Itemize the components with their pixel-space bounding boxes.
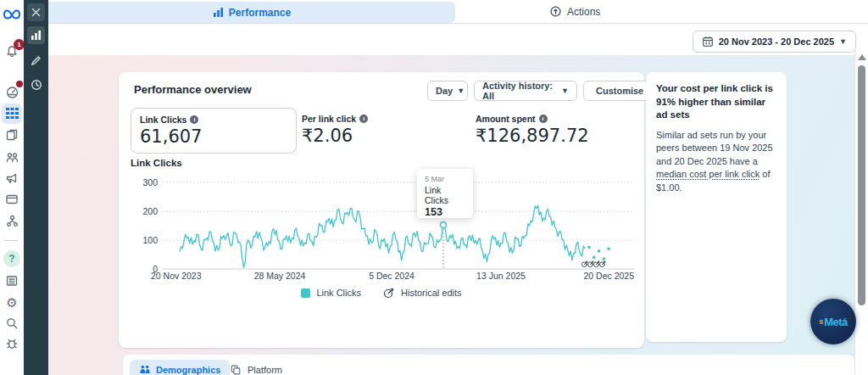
x-tick: 20 Dec 2025 [583,271,634,281]
historical-edit-markers[interactable] [581,260,604,268]
settings-gear-icon[interactable]: ⚙ [3,293,21,311]
customise-label: Customise [596,86,643,96]
news-icon[interactable] [3,271,21,290]
date-range-picker[interactable]: 20 Nov 2023 - 20 Dec 2025 ▼ [693,31,856,53]
date-range-label: 20 Nov 2023 - 20 Dec 2025 [719,36,834,47]
edit-pencil-icon[interactable] [27,52,45,70]
metric-value: ₹126,897.72 [476,126,589,146]
rail-divider [4,240,18,241]
tab-demographics[interactable]: Demographics [130,360,230,375]
insights-chart-icon[interactable] [27,26,45,44]
legend-link-clicks[interactable]: Link Clicks [301,288,361,298]
scroll-up-arrow[interactable] [858,54,866,60]
metric-label: Per link click [302,114,356,124]
card-title: Performance overview [134,83,252,96]
notifications-bell-icon[interactable]: 1 [3,42,21,61]
chart-tooltip: 5 Mar Link Clicks 153 [417,169,473,218]
tooltip-date: 5 Mar [425,175,465,183]
hover-marker [441,222,447,228]
x-tick: 5 Dec 2024 [369,271,415,281]
sub-bar: 20 Nov 2023 - 20 Dec 2025 ▼ [48,24,868,55]
metric-link-clicks[interactable]: Link Clicksi 61,607 [131,108,297,154]
billing-card-icon[interactable] [3,190,21,209]
metric-value: ₹2.06 [302,126,368,146]
activity-history-dropdown[interactable]: Activity history: All ▼ [474,81,577,101]
glossary-link[interactable]: median cost per link click [656,169,760,179]
calendar-icon [702,36,714,48]
metric-amount-spent[interactable]: Amount spenti ₹126,897.72 [476,114,589,146]
insight-body: Similar ad sets run by your peers betwee… [656,129,776,195]
platform-copy-icon [230,364,242,375]
chevron-down-icon: ▼ [561,87,569,95]
close-icon[interactable] [27,3,45,21]
metric-per-link-click[interactable]: Per link clicki ₹2.06 [302,114,368,146]
history-clock-icon[interactable] [27,76,45,93]
historical-edits-icon [383,287,395,299]
clicks-line [180,205,585,267]
business-assets-icon[interactable] [3,211,21,230]
top-nav: Performance Actions [48,0,868,24]
performance-tab-label: Performance [229,7,291,19]
tooltip-label: Link Clicks [425,185,465,205]
ads-reporting-app: 1 ? ⚙ [0,0,868,375]
demographics-label: Demographics [156,365,220,375]
link-clicks-chart[interactable]: 300 200 100 0 20 Nov 2023 28 May 2024 5 … [119,165,644,284]
gridlines [163,182,634,240]
scrollbar-thumb[interactable] [858,65,865,305]
help-icon[interactable]: ? [3,250,20,267]
alert-dot [16,81,23,87]
legend-swatch [301,288,310,298]
breakdown-card: Demographics Platform [123,355,854,375]
pages-icon[interactable] [3,126,21,144]
x-tick: 13 Jun 2025 [476,271,526,281]
account-quality-gauge-icon[interactable] [3,82,21,101]
insight-card: Your cost per link click is 91% higher t… [646,72,787,342]
tab-platform[interactable]: Platform [223,360,289,375]
chevron-down-icon: ▼ [839,37,847,46]
vertical-scrollbar[interactable] [854,51,868,375]
granularity-dropdown[interactable]: Day ▼ [427,81,468,101]
info-icon[interactable]: i [539,115,548,123]
promotions-megaphone-icon[interactable] [3,169,21,188]
granularity-label: Day [436,86,453,96]
x-tick: 28 May 2024 [254,271,306,281]
y-tick: 100 [142,235,158,245]
trailing-dots [587,246,610,260]
left-rail: 1 ? ⚙ [0,0,24,375]
metric-label: Link Clicks [140,115,186,125]
customise-button[interactable]: Customise [583,81,651,101]
watermark-prefix: s [819,317,823,326]
dark-toolbar [24,0,48,375]
smeta-watermark-badge: s Metá [810,299,856,344]
tooltip-value: 153 [425,206,465,218]
activity-history-label: Activity history: All [482,81,557,101]
chart-legend: Link Clicks Historical edits [119,287,644,299]
watermark-name: Metá [824,316,848,328]
actions-tab-label: Actions [567,6,600,18]
actions-tap-icon [549,5,562,18]
y-tick: 200 [142,206,158,216]
report-bug-icon[interactable] [3,334,21,353]
metric-label: Amount spent [476,114,536,124]
y-tick: 300 [142,177,158,188]
demographics-people-icon [139,364,151,375]
legend-label: Link Clicks [316,288,361,298]
x-tick: 20 Nov 2023 [151,271,202,281]
tab-actions[interactable]: Actions [549,0,600,23]
meta-logo-icon[interactable] [3,5,21,24]
insight-title: Your cost per link click is 91% higher t… [656,82,776,122]
audiences-people-icon[interactable] [3,148,21,166]
info-icon[interactable]: i [190,115,198,124]
metric-value: 61,607 [140,126,287,147]
search-icon[interactable] [3,314,21,333]
performance-overview-card: Performance overview Day ▼ Activity hist… [119,72,644,348]
info-icon[interactable]: i [359,115,368,123]
edit-marker-icon [598,260,607,268]
platform-label: Platform [248,365,282,375]
legend-label: Historical edits [401,288,462,298]
performance-chart-icon [213,7,224,18]
chevron-down-icon: ▼ [457,87,465,95]
tab-performance[interactable]: Performance [48,2,455,23]
legend-historical-edits[interactable]: Historical edits [383,287,462,299]
ads-manager-grid-icon[interactable] [2,104,22,124]
